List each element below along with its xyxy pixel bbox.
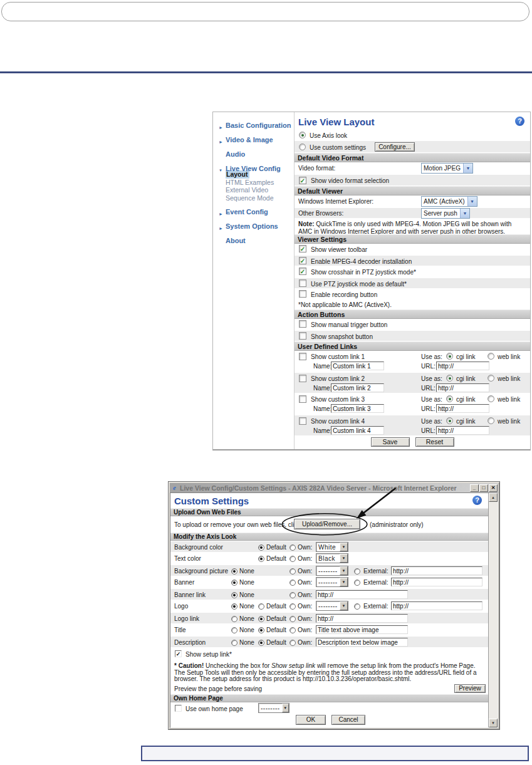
cgi-link-radio[interactable] bbox=[446, 375, 453, 382]
video-format-select[interactable]: Motion JPEG ▼ bbox=[421, 163, 473, 174]
none-radio[interactable] bbox=[231, 568, 237, 575]
use-custom-settings-row: Use custom settings Configure... bbox=[295, 140, 530, 153]
sidebar-item-video-image[interactable]: ► Video & Image bbox=[218, 136, 294, 144]
own-radio[interactable] bbox=[289, 640, 296, 646]
use-axis-look-radio[interactable] bbox=[299, 132, 306, 138]
close-button[interactable]: ✕ bbox=[489, 484, 498, 492]
own-radio[interactable] bbox=[289, 568, 296, 575]
own-radio[interactable] bbox=[289, 592, 296, 598]
ok-button[interactable]: OK bbox=[296, 715, 326, 725]
title-text-input[interactable] bbox=[316, 625, 408, 634]
sidebar-item-event-config[interactable]: ► Event Config bbox=[218, 208, 294, 216]
external-radio[interactable] bbox=[354, 580, 360, 586]
configure-button[interactable]: Configure... bbox=[375, 142, 415, 152]
none-radio[interactable] bbox=[231, 592, 237, 598]
default-radio[interactable] bbox=[258, 556, 264, 562]
sidebar-item-system-options[interactable]: ► System Options bbox=[218, 222, 294, 231]
web-link-radio[interactable] bbox=[488, 353, 494, 360]
custom-link-url-input[interactable] bbox=[436, 426, 489, 435]
web-link-radio[interactable] bbox=[488, 395, 494, 402]
none-radio[interactable] bbox=[231, 640, 237, 646]
external-radio[interactable] bbox=[354, 568, 360, 575]
show-crosshair-checkbox[interactable]: ✓ bbox=[299, 268, 306, 275]
show-custom-link-3-checkbox[interactable] bbox=[299, 395, 306, 403]
custom-link-name-input[interactable] bbox=[331, 383, 384, 392]
text-color-select[interactable]: Black ▼ bbox=[316, 553, 348, 563]
show-video-format-checkbox[interactable]: ✓ bbox=[299, 177, 306, 184]
external-url-input[interactable] bbox=[391, 566, 482, 575]
use-ptz-joystick-checkbox[interactable] bbox=[299, 279, 306, 287]
use-custom-settings-radio[interactable] bbox=[299, 143, 306, 150]
external-url-input[interactable] bbox=[391, 578, 482, 586]
show-viewer-toolbar-checkbox[interactable]: ✓ bbox=[299, 245, 306, 252]
web-link-radio[interactable] bbox=[488, 417, 494, 424]
show-snapshot-checkbox[interactable] bbox=[299, 332, 306, 340]
custom-link-name-input[interactable] bbox=[331, 426, 384, 435]
scroll-down-icon[interactable]: ▼ bbox=[489, 719, 498, 727]
own-radio[interactable] bbox=[289, 627, 296, 633]
cgi-link-radio[interactable] bbox=[446, 395, 453, 402]
description-text-input[interactable] bbox=[316, 638, 408, 647]
sidebar-subitem-external-video[interactable]: External Video bbox=[226, 186, 268, 194]
enable-mpeg4-decoder-checkbox[interactable]: ✓ bbox=[299, 257, 306, 264]
banner-link-input[interactable] bbox=[316, 590, 408, 599]
banner-select[interactable]: -------- ▼ bbox=[316, 577, 348, 587]
upload-remove-button[interactable]: Upload/Remove... bbox=[294, 519, 360, 529]
external-radio[interactable] bbox=[354, 603, 360, 610]
preview-button[interactable]: Preview bbox=[454, 684, 486, 693]
vertical-scrollbar[interactable]: ▲ ▼ bbox=[488, 493, 498, 727]
none-radio[interactable] bbox=[231, 627, 237, 633]
custom-link-name-input[interactable] bbox=[331, 362, 384, 370]
show-custom-link-4-checkbox[interactable] bbox=[299, 417, 306, 425]
logo-link-input[interactable] bbox=[316, 614, 408, 623]
cancel-button[interactable]: Cancel bbox=[331, 715, 365, 725]
none-radio[interactable] bbox=[231, 603, 237, 610]
cgi-link-radio[interactable] bbox=[446, 353, 453, 360]
own-radio[interactable] bbox=[289, 603, 296, 610]
own-radio[interactable] bbox=[289, 616, 296, 622]
show-setup-link-checkbox[interactable]: ✓ bbox=[175, 650, 182, 657]
show-manual-trigger-checkbox[interactable] bbox=[299, 320, 306, 328]
external-url-input[interactable] bbox=[391, 601, 482, 610]
scroll-up-icon[interactable]: ▲ bbox=[489, 493, 498, 502]
background-picture-select[interactable]: -------- ▼ bbox=[316, 566, 348, 576]
save-button[interactable]: Save bbox=[371, 437, 410, 447]
own-radio[interactable] bbox=[289, 556, 296, 562]
cgi-link-radio[interactable] bbox=[446, 417, 453, 424]
none-radio[interactable] bbox=[231, 616, 237, 622]
enable-recording-checkbox[interactable] bbox=[299, 290, 306, 298]
use-own-home-page-checkbox[interactable] bbox=[175, 705, 182, 712]
sidebar-item-live-view-config[interactable]: ▼ Live View Config bbox=[218, 165, 294, 173]
custom-link-url-input[interactable] bbox=[436, 404, 489, 413]
sidebar-subitem-sequence-mode[interactable]: Sequence Mode bbox=[226, 194, 273, 202]
default-radio[interactable] bbox=[258, 640, 264, 646]
sidebar-item-audio[interactable]: Audio bbox=[218, 150, 294, 159]
own-home-page-select[interactable]: -------- ▼ bbox=[258, 703, 289, 713]
sidebar-item-basic-configuration[interactable]: ► Basic Configuration bbox=[218, 122, 294, 130]
reset-button[interactable]: Reset bbox=[415, 437, 454, 447]
ie-viewer-select[interactable]: AMC (ActiveX) ▼ bbox=[421, 196, 477, 207]
own-radio[interactable] bbox=[289, 544, 296, 551]
maximize-button[interactable]: □ bbox=[479, 484, 488, 492]
minimize-button[interactable]: _ bbox=[470, 484, 479, 492]
web-link-radio[interactable] bbox=[488, 375, 494, 382]
none-radio[interactable] bbox=[231, 580, 237, 586]
own-radio[interactable] bbox=[289, 580, 296, 586]
custom-link-url-input[interactable] bbox=[436, 383, 489, 392]
default-radio[interactable] bbox=[258, 616, 264, 622]
custom-link-name-input[interactable] bbox=[331, 404, 384, 413]
custom-link-url-input[interactable] bbox=[436, 362, 489, 370]
background-color-select[interactable]: White ▼ bbox=[316, 542, 348, 552]
window-title-bar[interactable]: e Live View Config/Custom Settings - AXI… bbox=[170, 483, 498, 492]
help-icon[interactable]: ? bbox=[515, 117, 524, 126]
default-radio[interactable] bbox=[258, 544, 264, 551]
show-custom-link-2-checkbox[interactable] bbox=[299, 375, 306, 382]
default-radio[interactable] bbox=[258, 627, 264, 633]
sidebar-item-about[interactable]: About bbox=[218, 237, 294, 245]
default-radio[interactable] bbox=[258, 603, 264, 610]
help-icon[interactable]: ? bbox=[472, 496, 482, 505]
show-custom-link-1-checkbox[interactable] bbox=[299, 353, 306, 360]
other-browsers-select[interactable]: Server push ▼ bbox=[421, 208, 470, 219]
sidebar-subitem-html-examples[interactable]: HTML Examples bbox=[226, 179, 274, 186]
logo-select[interactable]: -------- ▼ bbox=[316, 601, 348, 611]
